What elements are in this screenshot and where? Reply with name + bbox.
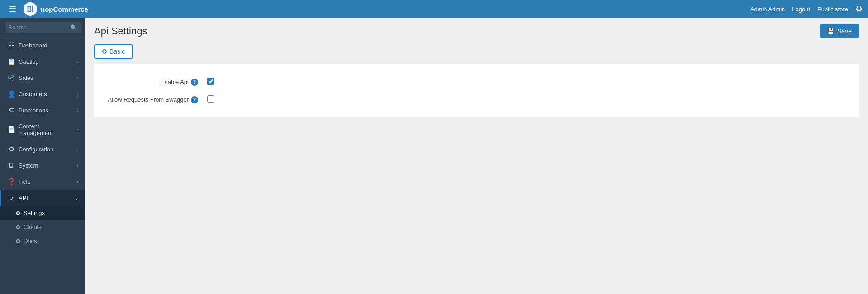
chevron-right-icon: › [77,59,79,64]
logo-icon [24,2,37,16]
sidebar-item-label: API [19,195,71,201]
sidebar-item-sales[interactable]: 🛒 Sales › [0,70,85,86]
circle-icon [16,239,20,243]
sales-icon: 🛒 [8,74,15,81]
chevron-right-icon: › [77,163,79,168]
system-icon: 🖥 [8,162,15,169]
svg-point-2 [32,6,33,8]
sidebar-item-catalog[interactable]: 📋 Catalog › [0,53,85,70]
sidebar-item-label: Promotions [19,107,73,114]
allow-swagger-label: Allow Requests From Swagger ? [108,96,198,103]
svg-point-5 [32,8,33,10]
logout-link[interactable]: Logout [792,6,810,13]
dashboard-icon: ☷ [8,42,15,49]
topbar: ☰ nopCommerce Admin Admin Logout Public … [0,0,868,18]
sidebar-item-label: Sales [19,75,73,81]
sidebar-sub-item-clients[interactable]: Clients [0,220,85,234]
sidebar-item-help[interactable]: ❓ Help › [0,173,85,190]
svg-point-3 [27,8,29,10]
public-store-link[interactable]: Public store [817,6,848,13]
chevron-right-icon: › [77,75,79,80]
circle-icon [16,211,20,215]
main-header: Api Settings 💾 Save [85,18,868,44]
save-icon: 💾 [827,28,835,35]
chevron-right-icon: › [77,127,79,132]
sidebar-item-label: System [19,162,73,169]
sidebar-item-configuration[interactable]: ⚙ Configuration › [0,141,85,157]
tab-circle-icon [102,49,107,54]
circle-icon [16,225,20,229]
search-icon: 🔍 [70,24,77,31]
page-title: Api Settings [94,25,147,37]
chevron-right-icon: › [77,107,79,113]
settings-icon-button[interactable]: ⚙ [855,4,863,14]
chevron-right-icon: › [77,146,79,152]
enable-api-label: Enable Api ? [108,79,198,86]
allow-swagger-checkbox[interactable] [207,95,214,103]
sub-item-label: Settings [24,210,45,216]
sub-item-label: Clients [24,224,42,230]
search-input[interactable] [5,22,81,33]
save-label: Save [837,28,852,35]
main-content: Api Settings 💾 Save Basic Enable Api ? [85,18,868,294]
catalog-icon: 📋 [8,58,15,65]
tab-label: Basic [109,48,125,55]
form-row-enable-api: Enable Api ? [94,73,859,91]
sidebar-item-label: Help [19,178,73,185]
enable-api-help-icon[interactable]: ? [191,79,198,86]
chevron-right-icon: › [77,91,79,97]
allow-swagger-help-icon[interactable]: ? [191,96,198,103]
sidebar-sub-item-settings[interactable]: Settings [0,206,85,220]
logo: nopCommerce [24,2,88,16]
search-box: 🔍 [0,18,85,37]
sidebar-item-label: Configuration [19,146,73,153]
help-icon: ❓ [8,178,15,185]
topbar-right: Admin Admin Logout Public store ⚙ [750,4,863,14]
sub-item-label: Docs [24,238,37,244]
sidebar-item-label: Catalog [19,58,73,65]
api-icon: ○ [8,194,15,201]
content-management-icon: 📄 [8,126,15,133]
admin-name: Admin Admin [750,6,785,13]
customers-icon: 👤 [8,90,15,98]
sidebar-item-customers[interactable]: 👤 Customers › [0,86,85,102]
save-button[interactable]: 💾 Save [820,24,859,38]
promotions-icon: 🏷 [8,107,15,114]
svg-point-8 [32,10,33,12]
sidebar-item-promotions[interactable]: 🏷 Promotions › [0,102,85,118]
search-wrapper: 🔍 [5,22,81,33]
enable-api-control [207,78,214,86]
sidebar-sub-item-docs[interactable]: Docs [0,234,85,248]
form-row-allow-swagger: Allow Requests From Swagger ? [94,91,859,108]
allow-swagger-control [207,95,214,104]
sidebar-item-label: Customers [19,91,73,98]
svg-point-7 [29,10,31,12]
configuration-icon: ⚙ [8,145,15,153]
settings-panel: Enable Api ? Allow Requests From Swagger… [94,64,859,117]
tab-basic[interactable]: Basic [94,44,133,59]
sidebar-item-dashboard[interactable]: ☷ Dashboard [0,37,85,53]
chevron-right-icon: › [77,179,79,184]
svg-point-6 [27,10,29,12]
sidebar: 🔍 ☷ Dashboard 📋 Catalog › 🛒 Sales › 👤 Cu… [0,18,85,294]
sidebar-item-label: Content management [19,123,73,136]
hamburger-button[interactable]: ☰ [5,2,20,16]
sidebar-item-label: Dashboard [19,42,79,49]
enable-api-checkbox[interactable] [207,78,214,85]
svg-point-4 [29,8,31,10]
app-name: nopCommerce [41,5,88,13]
layout: 🔍 ☷ Dashboard 📋 Catalog › 🛒 Sales › 👤 Cu… [0,18,868,294]
sidebar-item-content-management[interactable]: 📄 Content management › [0,118,85,141]
chevron-down-icon: ⌄ [75,195,79,201]
svg-point-1 [29,6,31,8]
tab-bar: Basic [85,44,868,59]
sidebar-item-api[interactable]: ○ API ⌄ [0,190,85,206]
sidebar-item-system[interactable]: 🖥 System › [0,157,85,173]
svg-point-0 [27,6,29,8]
